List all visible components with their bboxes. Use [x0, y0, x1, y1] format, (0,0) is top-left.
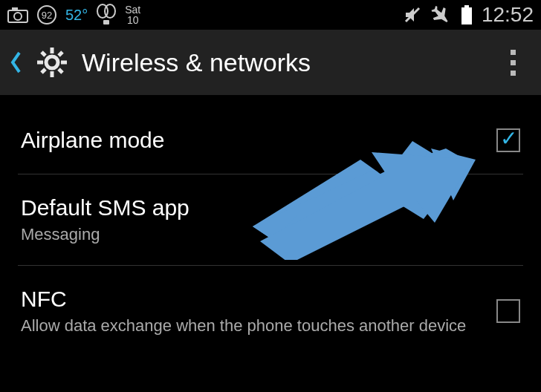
status-left: 92 52° Sat 10: [7, 4, 140, 26]
svg-point-9: [46, 56, 58, 68]
status-right: 12:52: [403, 3, 534, 27]
svg-point-4: [105, 4, 115, 18]
setting-title: Default SMS app: [21, 195, 520, 220]
nfc-checkbox[interactable]: [496, 299, 520, 323]
check-icon: ✓: [500, 128, 517, 149]
status-date-day: Sat: [125, 4, 140, 15]
svg-line-14: [42, 52, 45, 56]
action-bar: Wireless & networks: [0, 30, 541, 95]
page-title: Wireless & networks: [82, 48, 311, 77]
status-date: Sat 10: [125, 4, 140, 25]
back-icon[interactable]: [10, 51, 22, 74]
setting-default-sms[interactable]: Default SMS app Messaging: [18, 174, 523, 266]
battery-icon: [461, 5, 473, 24]
svg-line-16: [42, 69, 45, 73]
airplane-icon: [431, 4, 452, 25]
setting-nfc[interactable]: NFC Allow data exchange when the phone t…: [18, 266, 523, 356]
notification-badge: 92: [37, 5, 56, 24]
setting-text: Default SMS app Messaging: [21, 195, 520, 244]
setting-text: NFC Allow data exchange when the phone t…: [21, 287, 496, 336]
svg-line-17: [59, 52, 62, 56]
settings-list: Airplane mode ✓ Default SMS app Messagin…: [0, 95, 541, 356]
svg-rect-2: [12, 7, 18, 11]
svg-rect-8: [461, 7, 472, 24]
overflow-menu-icon[interactable]: [511, 50, 531, 76]
svg-rect-7: [464, 5, 469, 7]
setting-text: Airplane mode: [21, 128, 496, 153]
settings-gear-icon[interactable]: [34, 45, 70, 80]
svg-line-15: [59, 69, 62, 73]
svg-point-1: [14, 13, 22, 20]
setting-airplane-mode[interactable]: Airplane mode ✓: [18, 95, 523, 174]
setting-subtitle: Messaging: [21, 225, 520, 244]
status-clock: 12:52: [482, 3, 534, 27]
setting-title: Airplane mode: [21, 128, 496, 153]
airplane-mode-checkbox[interactable]: ✓: [496, 128, 520, 152]
camera-icon: [7, 7, 28, 23]
setting-subtitle: Allow data exchange when the phone touch…: [21, 316, 496, 336]
setting-title: NFC: [21, 287, 496, 312]
status-date-num: 10: [127, 15, 139, 25]
carrier-icon: [97, 4, 116, 26]
svg-rect-5: [103, 20, 109, 24]
mute-icon: [403, 5, 422, 24]
temperature: 52°: [65, 7, 88, 24]
status-bar: 92 52° Sat 10 12:52: [0, 0, 541, 30]
